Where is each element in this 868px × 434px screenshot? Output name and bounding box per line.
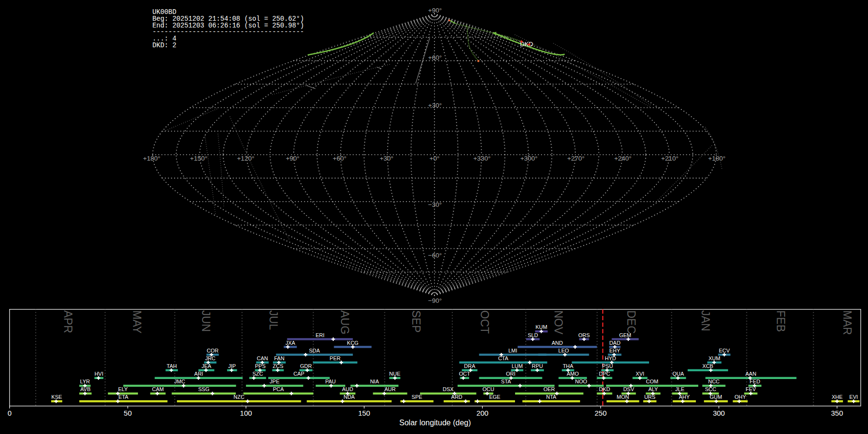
svg-text:COM: COM xyxy=(646,379,659,384)
svg-text:URS: URS xyxy=(644,394,655,400)
svg-text:DSX: DSX xyxy=(443,386,454,392)
svg-text:HYD: HYD xyxy=(605,355,616,361)
svg-text:NUE: NUE xyxy=(389,371,400,377)
svg-text:TAH: TAH xyxy=(167,363,177,369)
svg-text:OCT: OCT xyxy=(459,371,471,377)
svg-text:CTA: CTA xyxy=(498,355,509,361)
svg-text:MAR: MAR xyxy=(841,311,854,335)
svg-text:XHE: XHE xyxy=(832,394,843,400)
svg-text:ARD: ARD xyxy=(451,394,462,400)
svg-text:ELY: ELY xyxy=(118,386,128,392)
svg-text:FEV: FEV xyxy=(746,386,756,392)
svg-text:JRC: JRC xyxy=(205,355,215,361)
svg-text:+300°: +300° xyxy=(520,155,538,162)
svg-text:+210°: +210° xyxy=(661,155,678,162)
svg-text:XVI: XVI xyxy=(636,371,644,377)
svg-text:SSG: SSG xyxy=(198,386,209,392)
svg-text:AUG: AUG xyxy=(339,311,351,335)
svg-text:SLD: SLD xyxy=(528,332,538,338)
svg-text:Beg: 20251202 21:54:08 (sol =: Beg: 20251202 21:54:08 (sol = 250.62°) xyxy=(152,15,304,23)
svg-text:250: 250 xyxy=(595,409,607,417)
svg-text:EGE: EGE xyxy=(489,394,500,400)
svg-text:PSU: PSU xyxy=(602,363,613,369)
svg-text:...: 4: ...: 4 xyxy=(152,35,176,42)
svg-text:150: 150 xyxy=(358,409,370,417)
svg-text:+60°: +60° xyxy=(428,54,442,61)
svg-text:MON: MON xyxy=(617,394,629,400)
svg-text:+180°: +180° xyxy=(143,155,161,162)
svg-text:SEP: SEP xyxy=(410,311,422,333)
svg-text:+150°: +150° xyxy=(190,155,207,162)
svg-text:AAN: AAN xyxy=(746,371,757,377)
svg-text:CAM: CAM xyxy=(152,386,163,392)
svg-text:200: 200 xyxy=(476,409,488,417)
svg-text:GUM: GUM xyxy=(710,394,722,400)
svg-text:+30°: +30° xyxy=(428,102,442,109)
svg-text:PAU: PAU xyxy=(325,379,336,384)
svg-text:ARI: ARI xyxy=(194,371,203,377)
svg-text:ALY: ALY xyxy=(648,386,658,392)
svg-text:JLE: JLE xyxy=(675,386,684,392)
svg-text:SCC: SCC xyxy=(705,386,716,392)
svg-text:ZCS: ZCS xyxy=(273,363,284,369)
svg-text:OER: OER xyxy=(543,386,555,392)
svg-text:LUM: LUM xyxy=(512,363,523,369)
svg-text:JAN: JAN xyxy=(699,311,712,331)
svg-text:JXA: JXA xyxy=(285,340,296,346)
svg-text:PER: PER xyxy=(330,355,341,361)
svg-text:ECV: ECV xyxy=(719,348,730,353)
svg-text:CAN: CAN xyxy=(257,355,268,361)
svg-text:ORS: ORS xyxy=(578,332,590,338)
svg-text:+270°: +270° xyxy=(567,155,584,162)
svg-text:NOV: NOV xyxy=(552,311,565,335)
svg-text:DAD: DAD xyxy=(609,340,620,346)
svg-text:APR: APR xyxy=(62,311,74,333)
svg-text:SDA: SDA xyxy=(309,348,320,353)
svg-text:UK00BD: UK00BD xyxy=(152,9,176,16)
svg-text:GDR: GDR xyxy=(300,363,312,369)
svg-text:DEC: DEC xyxy=(625,311,637,334)
svg-text:Solar longitude (deg): Solar longitude (deg) xyxy=(399,419,471,427)
svg-text:0: 0 xyxy=(8,409,12,417)
svg-text:EVI: EVI xyxy=(849,394,858,400)
svg-text:NCC: NCC xyxy=(708,379,719,384)
svg-text:SZC: SZC xyxy=(252,371,263,377)
svg-text:+180°: +180° xyxy=(708,155,726,162)
svg-text:50: 50 xyxy=(124,409,132,417)
svg-text:+90°: +90° xyxy=(286,155,299,162)
svg-text:KCG: KCG xyxy=(347,340,359,346)
svg-text:OHY: OHY xyxy=(734,394,746,400)
svg-text:GEM: GEM xyxy=(619,332,631,338)
svg-text:EHY: EHY xyxy=(609,348,620,353)
svg-text:AMO: AMO xyxy=(567,371,579,377)
svg-text:LMI: LMI xyxy=(508,348,517,353)
svg-text:PPS: PPS xyxy=(255,363,266,369)
svg-text:STA: STA xyxy=(501,379,511,384)
svg-text:AND: AND xyxy=(552,340,563,346)
svg-text:DSV: DSV xyxy=(623,386,634,392)
svg-text:JMC: JMC xyxy=(174,379,185,384)
svg-text:NTA: NTA xyxy=(546,394,557,400)
svg-text:DPC: DPC xyxy=(599,371,610,377)
svg-text:AUD: AUD xyxy=(342,386,353,392)
svg-text:XCB: XCB xyxy=(703,363,714,369)
svg-text:NZC: NZC xyxy=(233,394,244,400)
svg-text:+30°: +30° xyxy=(380,155,393,162)
svg-text:+0°: +0° xyxy=(430,155,440,162)
svg-text:QUA: QUA xyxy=(672,371,684,377)
svg-text:COR: COR xyxy=(207,348,219,353)
svg-text:+120°: +120° xyxy=(237,155,254,162)
svg-text:NIA: NIA xyxy=(370,379,379,384)
svg-text:JUL: JUL xyxy=(267,311,280,330)
svg-text:DRA: DRA xyxy=(464,363,475,369)
svg-text:OCU: OCU xyxy=(482,386,494,392)
svg-text:------------------------------: -------------------------------------- xyxy=(152,28,304,36)
svg-text:XUM: XUM xyxy=(708,355,720,361)
svg-text:JUN: JUN xyxy=(200,311,212,332)
svg-text:SPE: SPE xyxy=(412,394,422,400)
svg-text:ERI: ERI xyxy=(315,332,324,338)
svg-text:PCA: PCA xyxy=(273,386,284,392)
svg-text:RPU: RPU xyxy=(532,363,543,369)
svg-text:JIP: JIP xyxy=(228,363,236,369)
svg-text:100: 100 xyxy=(240,409,252,417)
